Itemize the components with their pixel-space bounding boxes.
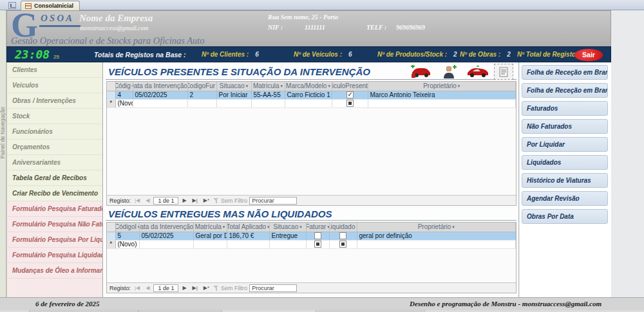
first-record-button[interactable]: |◀	[133, 196, 142, 205]
search-input[interactable]	[249, 197, 297, 205]
sidebar-item-tabela-geral-recibos[interactable]: Tabela Geral de Recibos	[7, 170, 102, 186]
cell-matricula[interactable]: Geral por Defini	[193, 232, 227, 240]
sidebar-item-pesquisa-por-liquidar[interactable]: Formulário Pesquisa Por Liquidar	[7, 232, 102, 248]
search-input[interactable]	[249, 284, 297, 292]
new-record-row[interactable]: * (Novo)	[107, 240, 516, 248]
cell-proprietario[interactable]: geral por definição	[357, 232, 516, 240]
select-all-corner[interactable]	[107, 82, 115, 91]
table-row[interactable]: 4 05/02/2025 2 Por Iniciar 55-AA-55 Carr…	[107, 91, 516, 99]
button-agendar-revisao[interactable]: Agendar Revisão	[522, 191, 608, 206]
column-filter-icon[interactable]: ▾	[452, 225, 455, 230]
cell-empty[interactable]	[193, 240, 227, 248]
column-header[interactable]: Situacao▾	[216, 82, 251, 91]
add-client-icon[interactable]	[437, 64, 462, 80]
cell-empty[interactable]	[216, 99, 251, 107]
veiculo-presente-checkbox[interactable]	[346, 100, 354, 107]
sidebar-item-pesquisa-faturados[interactable]: Formulário Pesquisa Faturados	[7, 201, 102, 217]
liquidado-checkbox[interactable]	[339, 241, 346, 248]
new-record-button[interactable]: ▶*	[202, 284, 211, 293]
column-header[interactable]: CodigoFur▾	[187, 82, 216, 91]
button-faturados[interactable]: Faturados	[522, 101, 608, 116]
faturar-checkbox[interactable]	[314, 241, 321, 248]
cell-matricula[interactable]: 55-AA-55	[251, 91, 285, 99]
sidebar-item-veiculos[interactable]: Veiculos	[7, 78, 102, 93]
vehicle-icon[interactable]	[466, 64, 490, 80]
column-header[interactable]: Matricula▾	[251, 82, 285, 91]
sidebar-item-clientes[interactable]: Clientes	[7, 62, 102, 78]
cell-empty[interactable]	[133, 99, 187, 107]
new-record-row[interactable]: * (Novo)	[107, 99, 516, 107]
cell-empty[interactable]	[368, 99, 516, 107]
button-por-liquidar[interactable]: Por Liquidar	[522, 137, 608, 152]
faturar-checkbox[interactable]	[314, 232, 321, 239]
cell-new[interactable]: (Novo)	[115, 99, 133, 107]
sidebar-item-pesquisa-nao-faturados[interactable]: Formulário Pesquisa Não Faturados	[7, 217, 102, 232]
column-filter-icon[interactable]: ▾	[223, 225, 225, 230]
previous-record-button[interactable]: ◀	[144, 196, 151, 205]
column-header[interactable]: Proprietário▾	[368, 82, 516, 91]
cell-empty[interactable]	[251, 99, 285, 107]
report-icon[interactable]	[494, 64, 513, 80]
previous-record-button[interactable]: ◀	[144, 284, 151, 293]
cell-data-intervencao[interactable]: 05/02/2025	[133, 91, 187, 99]
select-all-corner[interactable]	[107, 223, 115, 232]
column-header[interactable]: Proprietário▾	[357, 223, 516, 232]
cell-empty[interactable]	[139, 240, 193, 248]
new-record-button[interactable]: ▶*	[202, 196, 211, 205]
column-filter-icon[interactable]: ▾	[281, 84, 283, 89]
cell-proprietario[interactable]: Marco Antonio Teixeira	[368, 91, 516, 99]
sidebar-item-stock[interactable]: Stock	[7, 109, 102, 124]
cell-codigo[interactable]: 4	[115, 91, 133, 99]
column-header[interactable]: Códig▾	[115, 82, 133, 91]
cell-data-intervencao[interactable]: 05/02/2025	[139, 232, 193, 240]
next-record-button[interactable]: ▶	[180, 284, 188, 293]
button-historico-viaturas[interactable]: Histórico de Viaturas	[522, 173, 608, 188]
filter-icon[interactable]	[213, 285, 219, 291]
cell-empty[interactable]	[227, 240, 269, 248]
column-header[interactable]: Total Aplicado▾	[227, 223, 269, 232]
sidebar-item-obras-intervencoes[interactable]: Obras / Intervenções	[7, 93, 102, 109]
row-selector[interactable]	[107, 232, 115, 240]
cell-new[interactable]: (Novo)	[115, 240, 139, 248]
cell-marca-modelo[interactable]: Carro Ficticio 1	[285, 91, 332, 99]
column-header[interactable]: Situacao▾	[269, 223, 306, 232]
column-filter-icon[interactable]: ▾	[458, 84, 460, 89]
sidebar-item-funcionarios[interactable]: Funcionários	[7, 124, 102, 140]
cell-situacao[interactable]: Por Iniciar	[216, 91, 251, 99]
column-header[interactable]: Códigol▾	[115, 223, 139, 232]
cell-empty[interactable]	[269, 240, 306, 248]
car-service-icon[interactable]	[409, 64, 433, 80]
sidebar-item-orcamentos[interactable]: Orçamentos	[7, 140, 102, 155]
column-header[interactable]: Liquidado▾	[329, 223, 357, 232]
button-obras-por-data[interactable]: Obras Por Data	[522, 209, 608, 224]
cell-codigo-fur[interactable]: 2	[187, 91, 216, 99]
first-record-button[interactable]: |◀	[133, 284, 142, 293]
button-nao-faturados[interactable]: Não Faturados	[522, 119, 608, 134]
button-folha-rececao-branco-pintura[interactable]: Folha de Receção em Branco Pintura	[522, 83, 608, 98]
liquidado-checkbox[interactable]	[339, 232, 346, 239]
column-filter-icon[interactable]: ▾	[246, 84, 249, 89]
cell-empty[interactable]	[187, 99, 216, 107]
veiculo-presente-checkbox[interactable]	[346, 91, 354, 98]
column-header[interactable]: Matrícula▾	[193, 223, 227, 232]
sidebar-item-aniversariantes[interactable]: Aniversariantes	[7, 155, 102, 170]
filter-state[interactable]: Sem Filtro	[221, 285, 247, 291]
cell-empty[interactable]	[357, 240, 516, 248]
last-record-button[interactable]: ▶|	[191, 284, 200, 293]
button-folha-rececao-branco[interactable]: Folha de Receção em Branco	[522, 65, 608, 80]
table-row[interactable]: 5 05/02/2025 Geral por Defini 186,70 € E…	[107, 232, 516, 240]
column-filter-icon[interactable]: ▾	[328, 84, 330, 89]
last-record-button[interactable]: ▶|	[191, 196, 200, 205]
column-header[interactable]: Faturar▾	[306, 223, 329, 232]
cell-codigo[interactable]: 5	[115, 232, 139, 240]
cell-empty[interactable]	[285, 99, 332, 107]
filter-state[interactable]: Sem Filtro	[221, 197, 247, 204]
cell-situacao[interactable]: Entregue	[269, 232, 306, 240]
sidebar-item-pesquisa-liquidados[interactable]: Formulário Pesquisa Liquidados	[7, 248, 102, 263]
button-liquidados[interactable]: Liquidados	[522, 155, 608, 170]
column-header[interactable]: VeiculoPresente▾	[332, 82, 368, 91]
filter-icon[interactable]	[213, 197, 219, 203]
row-selector[interactable]	[107, 91, 115, 99]
sidebar-item-criar-recibo-vencimento[interactable]: Criar Recibo de Vencimento	[7, 186, 102, 201]
exit-button[interactable]: Sair	[574, 49, 603, 61]
